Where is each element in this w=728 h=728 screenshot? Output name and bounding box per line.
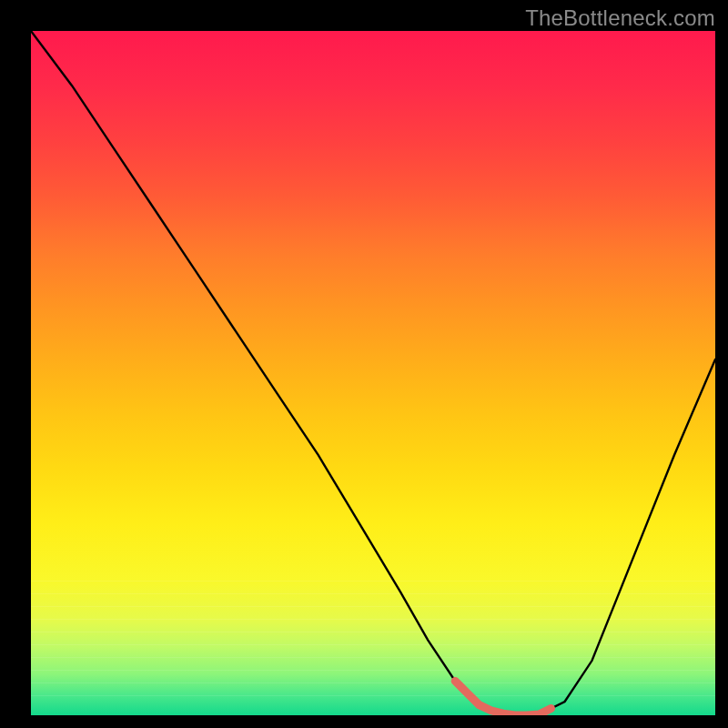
bottleneck-curve [31, 31, 715, 715]
chart-frame: TheBottleneck.com [0, 0, 728, 728]
curve-path [31, 31, 715, 715]
plot-area [31, 31, 715, 715]
watermark-text: TheBottleneck.com [525, 5, 715, 31]
flat-segment [455, 681, 551, 715]
